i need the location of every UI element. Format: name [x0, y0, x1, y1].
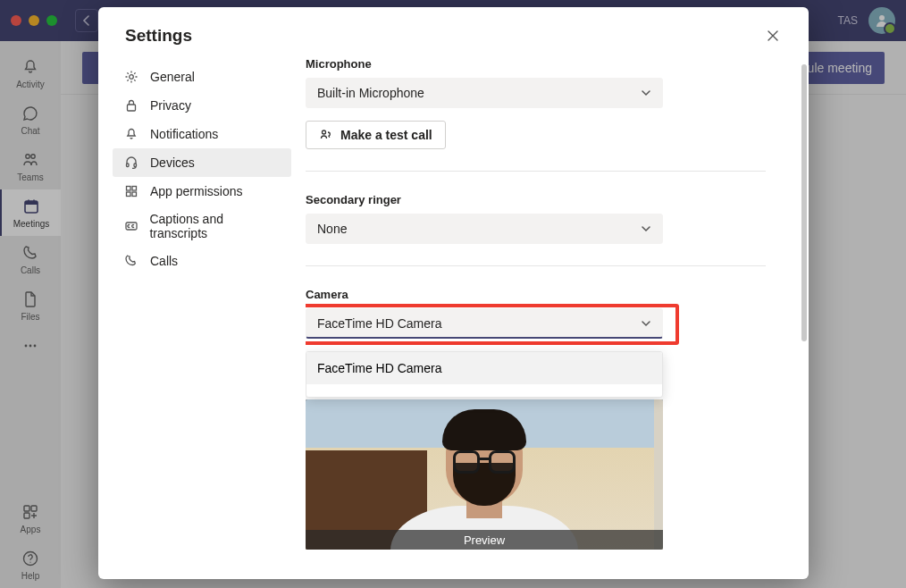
- make-test-call-button[interactable]: Make a test call: [306, 121, 446, 149]
- close-icon: [767, 29, 779, 42]
- nav-label: Notifications: [150, 127, 218, 141]
- camera-select[interactable]: FaceTime HD Camera: [306, 308, 663, 339]
- preview-label: Preview: [306, 530, 663, 550]
- svg-rect-16: [128, 105, 136, 111]
- settings-nav: General Privacy Notifications Devices: [98, 57, 306, 579]
- settings-title: Settings: [125, 26, 192, 46]
- phone-icon: [123, 253, 139, 269]
- nav-captions[interactable]: Captions and transcripts: [113, 206, 291, 247]
- chevron-down-icon: [641, 88, 651, 98]
- nav-privacy[interactable]: Privacy: [113, 91, 291, 120]
- divider: [306, 265, 766, 266]
- close-button[interactable]: [760, 23, 785, 48]
- nav-devices[interactable]: Devices: [113, 148, 291, 177]
- svg-point-24: [323, 130, 326, 134]
- nav-label: General: [150, 70, 195, 84]
- bell-icon: [123, 126, 139, 142]
- camera-option[interactable]: FaceTime HD Camera: [306, 352, 662, 384]
- camera-selected: FaceTime HD Camera: [317, 316, 442, 331]
- nav-app-permissions[interactable]: App permissions: [113, 177, 291, 206]
- nav-label: Calls: [150, 254, 178, 268]
- svg-rect-20: [132, 187, 137, 191]
- settings-modal: Settings General Privacy: [98, 7, 809, 579]
- headset-icon: [123, 155, 139, 171]
- microphone-select[interactable]: Built-in Microphone: [306, 78, 663, 108]
- chevron-down-icon: [641, 318, 651, 329]
- svg-rect-21: [127, 192, 131, 197]
- svg-point-15: [130, 75, 134, 80]
- nav-label: Captions and transcripts: [149, 212, 281, 240]
- chevron-down-icon: [641, 223, 651, 234]
- camera-label: Camera: [306, 288, 766, 301]
- gear-icon: [123, 69, 139, 85]
- secondary-ringer-label: Secondary ringer: [306, 193, 766, 206]
- scrollbar[interactable]: [801, 64, 807, 440]
- secondary-ringer-select[interactable]: None: [306, 214, 663, 244]
- microphone-label: Microphone: [306, 57, 766, 71]
- settings-content: Microphone Built-in Microphone Make a te…: [306, 57, 809, 579]
- test-call-label: Make a test call: [340, 128, 432, 142]
- svg-rect-22: [132, 192, 137, 197]
- nav-general[interactable]: General: [113, 63, 291, 91]
- nav-label: Devices: [150, 155, 195, 170]
- test-call-icon: [319, 128, 333, 142]
- nav-label: Privacy: [150, 98, 191, 113]
- microphone-selected: Built-in Microphone: [317, 86, 424, 100]
- nav-calls[interactable]: Calls: [113, 247, 291, 275]
- lock-icon: [123, 97, 139, 113]
- svg-rect-19: [127, 187, 131, 191]
- nav-notifications[interactable]: Notifications: [113, 120, 291, 148]
- grid-icon: [123, 183, 139, 199]
- secondary-ringer-selected: None: [317, 222, 347, 236]
- nav-label: App permissions: [150, 184, 243, 198]
- camera-dropdown-panel: FaceTime HD Camera: [306, 351, 663, 398]
- svg-rect-17: [127, 164, 130, 167]
- camera-preview: Preview: [306, 399, 663, 550]
- divider: [306, 171, 766, 172]
- captions-icon: [123, 218, 138, 234]
- svg-rect-18: [134, 164, 137, 167]
